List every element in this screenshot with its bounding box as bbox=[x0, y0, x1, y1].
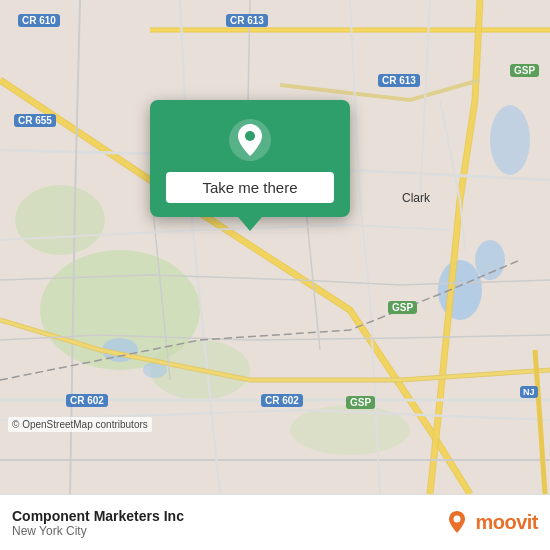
road-label-cr655: CR 655 bbox=[14, 114, 56, 127]
road-label-gsp-bot: GSP bbox=[346, 396, 375, 409]
road-label-cr610: CR 610 bbox=[18, 14, 60, 27]
take-me-there-button[interactable]: Take me there bbox=[166, 172, 334, 203]
road-label-cr613b: CR 613 bbox=[378, 74, 420, 87]
location-info: Component Marketers Inc New York City bbox=[12, 508, 443, 538]
moovit-logo: moovit bbox=[443, 509, 538, 537]
moovit-brand-text: moovit bbox=[475, 511, 538, 534]
bottom-bar: Component Marketers Inc New York City mo… bbox=[0, 494, 550, 550]
svg-point-2 bbox=[15, 185, 105, 255]
road-label-nj: NJ bbox=[520, 386, 538, 398]
town-label-clark: Clark bbox=[402, 191, 430, 205]
road-label-cr613a: CR 613 bbox=[226, 14, 268, 27]
location-title: Component Marketers Inc bbox=[12, 508, 443, 524]
svg-point-6 bbox=[475, 240, 505, 280]
svg-point-5 bbox=[438, 260, 482, 320]
moovit-pin-icon bbox=[443, 509, 471, 537]
road-label-gsp-top: GSP bbox=[510, 64, 539, 77]
svg-point-11 bbox=[245, 131, 255, 141]
road-label-gsp-mid: GSP bbox=[388, 301, 417, 314]
svg-point-9 bbox=[490, 105, 530, 175]
location-subtitle: New York City bbox=[12, 524, 443, 538]
svg-point-12 bbox=[454, 515, 461, 522]
osm-credit: © OpenStreetMap contributors bbox=[8, 417, 152, 432]
popup-card: Take me there bbox=[150, 100, 350, 217]
road-label-cr602a: CR 602 bbox=[66, 394, 108, 407]
road-label-cr602b: CR 602 bbox=[261, 394, 303, 407]
location-pin-icon bbox=[228, 118, 272, 162]
map-container: CR 610 CR 613 CR 613 CR 655 GSP GSP GSP … bbox=[0, 0, 550, 494]
